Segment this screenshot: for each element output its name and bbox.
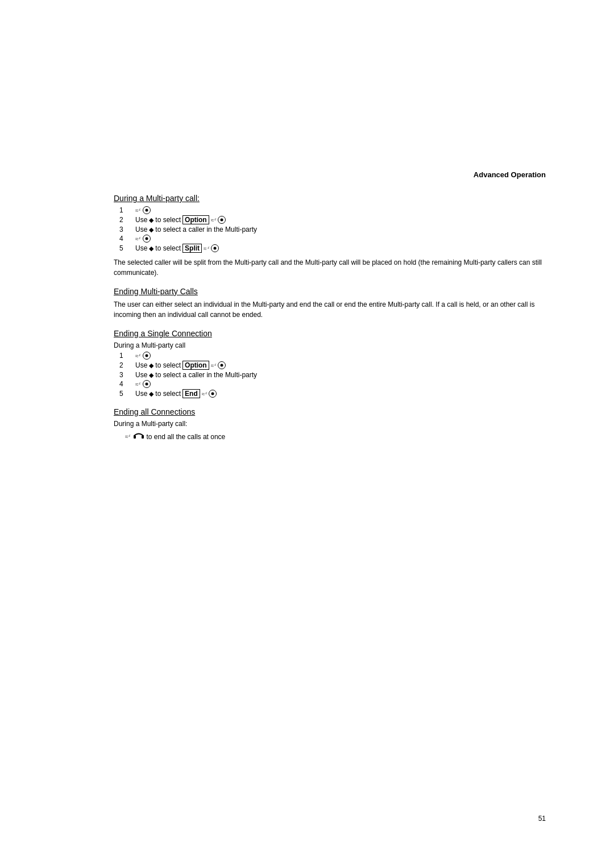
scroll-icon: ≈ᵋ: [204, 245, 209, 252]
end-call-icon: [133, 431, 144, 442]
scroll-icon: ≈ᵋ: [135, 353, 141, 359]
option-label: Option: [182, 215, 209, 224]
select-button-icon: [218, 361, 226, 369]
section-ending-multiparty: Ending Multi-party Calls The user can ei…: [114, 287, 546, 320]
scroll-icon: ≈ᵋ: [135, 381, 141, 387]
nav-icon: ◆: [149, 245, 154, 252]
page-header-title: Advanced Operation: [474, 170, 546, 179]
option-label-2: Option: [182, 361, 209, 370]
nav-icon: ◆: [149, 216, 154, 224]
scroll-icon: ≈ᵋ: [135, 236, 141, 242]
scroll-icon: ≈ᵋ: [125, 433, 131, 440]
split-label: Split: [182, 244, 202, 253]
list-item: 1 ≈ᵋ: [114, 206, 546, 214]
list-item: 4 ≈ᵋ: [114, 235, 546, 243]
nav-icon: ◆: [149, 390, 154, 398]
subheading-all: During a Multi-party call:: [114, 420, 546, 428]
end-label: End: [182, 389, 200, 398]
page-container: Advanced Operation During a Multi-party …: [0, 0, 614, 868]
nav-icon: ◆: [149, 226, 154, 233]
select-button-icon: [211, 244, 219, 252]
select-button-icon: [143, 235, 151, 243]
content-area: During a Multi-party call: 1 ≈ᵋ 2 Use ◆ …: [0, 194, 614, 442]
list-item: 1 ≈ᵋ: [114, 352, 546, 360]
select-button-icon: [143, 206, 151, 214]
scroll-icon: ≈ᵋ: [211, 362, 217, 369]
svg-rect-1: [142, 436, 144, 439]
list-item: 5 Use ◆ to select End ≈ᵋ: [114, 389, 546, 398]
list-item: 5 Use ◆ to select Split ≈ᵋ: [114, 244, 546, 253]
section-heading-ending-single: Ending a Single Connection: [114, 329, 546, 338]
multiparty-description: The selected caller will be split from t…: [114, 257, 546, 278]
section-heading-multiparty: During a Multi-party call:: [114, 194, 546, 203]
nav-icon: ◆: [149, 372, 154, 379]
select-button-icon: [143, 380, 151, 388]
list-item: 3 Use ◆ to select a caller in the Multi-…: [114, 226, 546, 233]
subheading-single: During a Multi-party call: [114, 341, 546, 349]
select-button-icon: [218, 216, 226, 224]
scroll-icon: ≈ᵋ: [135, 207, 141, 214]
select-button-icon: [209, 390, 217, 398]
svg-rect-0: [134, 436, 136, 439]
scroll-icon: ≈ᵋ: [202, 391, 208, 397]
end-all-text: to end all the calls at once: [147, 433, 226, 441]
section-heading-ending-all: Ending all Connections: [114, 407, 546, 416]
nav-icon: ◆: [149, 362, 154, 369]
end-all-instruction: ≈ᵋ to end all the calls at once: [114, 431, 546, 442]
section-during-multiparty: During a Multi-party call: 1 ≈ᵋ 2 Use ◆ …: [114, 194, 546, 278]
steps-list-1: 1 ≈ᵋ 2 Use ◆ to select Option ≈ᵋ: [114, 206, 546, 253]
list-item: 2 Use ◆ to select Option ≈ᵋ: [114, 361, 546, 370]
ending-multiparty-description: The user can either select an individual…: [114, 299, 546, 320]
section-ending-single: Ending a Single Connection During a Mult…: [114, 329, 546, 398]
list-item: 2 Use ◆ to select Option ≈ᵋ: [114, 215, 546, 224]
page-number: 51: [538, 815, 546, 823]
select-button-icon: [143, 352, 151, 360]
page-header: Advanced Operation: [0, 0, 614, 185]
scroll-icon: ≈ᵋ: [211, 217, 217, 223]
list-item: 3 Use ◆ to select a caller in the Multi-…: [114, 371, 546, 379]
section-ending-all: Ending all Connections During a Multi-pa…: [114, 407, 546, 442]
steps-list-2: 1 ≈ᵋ 2 Use ◆ to select Option ≈ᵋ: [114, 352, 546, 398]
list-item: 4 ≈ᵋ: [114, 380, 546, 388]
section-heading-ending-multiparty: Ending Multi-party Calls: [114, 287, 546, 296]
